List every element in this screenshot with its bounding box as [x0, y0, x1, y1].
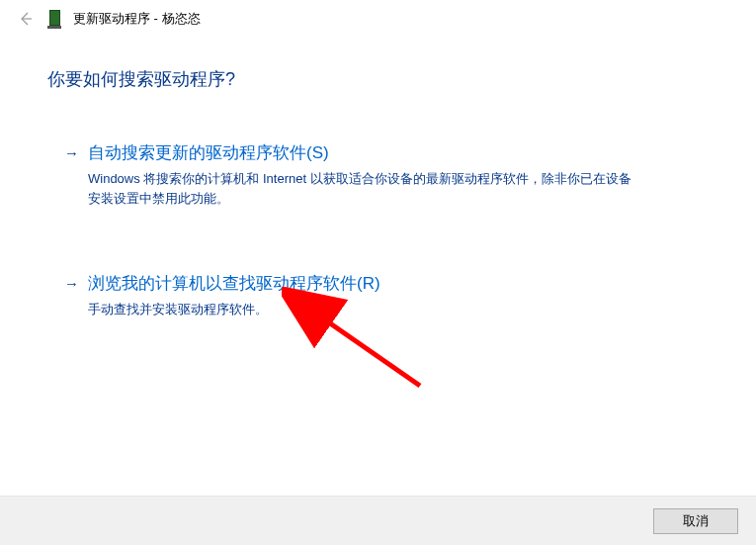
footer: 取消 — [0, 496, 756, 545]
option-title: 自动搜索更新的驱动程序软件(S) — [88, 141, 694, 165]
option-title: 浏览我的计算机以查找驱动程序软件(R) — [88, 272, 694, 296]
page-heading: 你要如何搜索驱动程序? — [47, 67, 709, 91]
cancel-button[interactable]: 取消 — [653, 508, 738, 534]
option-description: Windows 将搜索你的计算机和 Internet 以获取适合你设备的最新驱动… — [88, 169, 641, 209]
device-icon — [47, 9, 63, 29]
content-area: 你要如何搜索驱动程序? → 自动搜索更新的驱动程序软件(S) Windows 将… — [0, 38, 756, 336]
arrow-right-icon: → — [64, 272, 82, 319]
arrow-right-icon: → — [64, 141, 82, 209]
titlebar: 更新驱动程序 - 杨恣恣 — [0, 0, 756, 38]
option-description: 手动查找并安装驱动程序软件。 — [88, 300, 641, 319]
back-arrow-icon[interactable] — [12, 5, 40, 33]
option-auto-search[interactable]: → 自动搜索更新的驱动程序软件(S) Windows 将搜索你的计算机和 Int… — [53, 131, 709, 226]
window-title: 更新驱动程序 - 杨恣恣 — [73, 10, 201, 28]
option-body: 浏览我的计算机以查找驱动程序软件(R) 手动查找并安装驱动程序软件。 — [88, 272, 694, 319]
options-list: → 自动搜索更新的驱动程序软件(S) Windows 将搜索你的计算机和 Int… — [53, 131, 709, 336]
option-browse-computer[interactable]: → 浏览我的计算机以查找驱动程序软件(R) 手动查找并安装驱动程序软件。 — [53, 261, 709, 336]
option-body: 自动搜索更新的驱动程序软件(S) Windows 将搜索你的计算机和 Inter… — [88, 141, 694, 209]
